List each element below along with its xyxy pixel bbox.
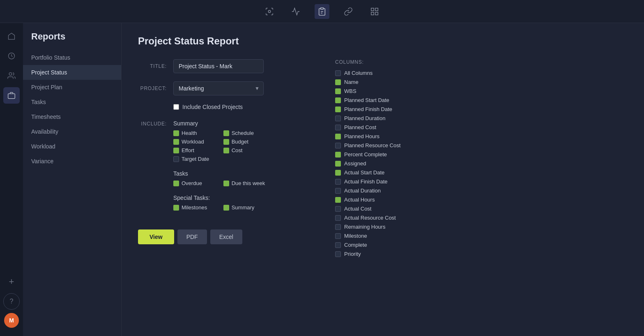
- all-columns-checkbox[interactable]: [335, 70, 341, 76]
- add-workspace-button[interactable]: +: [3, 273, 20, 290]
- column-actual-hours[interactable]: Actual Hours: [335, 197, 623, 203]
- column-milestone[interactable]: Milestone: [335, 233, 623, 239]
- link-icon[interactable]: [341, 4, 356, 19]
- wbs-checkbox[interactable]: [335, 88, 341, 94]
- summary-grid: Health Schedule Workload: [173, 130, 265, 162]
- include-target-date[interactable]: Target Date: [173, 156, 215, 162]
- special-tasks-group-title: Special Tasks:: [173, 195, 265, 201]
- column-planned-hours[interactable]: Planned Hours: [335, 133, 623, 139]
- chart-icon[interactable]: [288, 4, 303, 19]
- planned-start-date-checkbox[interactable]: [335, 97, 341, 103]
- column-actual-finish-date[interactable]: Actual Finish Date: [335, 178, 623, 185]
- milestones-checkbox[interactable]: [173, 205, 179, 211]
- include-health[interactable]: Health: [173, 130, 215, 136]
- remaining-hours-checkbox[interactable]: [335, 224, 341, 230]
- include-cost[interactable]: Cost: [223, 147, 265, 153]
- form-right: COLUMNS: All Columns Name WBS: [335, 59, 628, 257]
- layout-icon[interactable]: [367, 4, 382, 19]
- column-planned-finish-date[interactable]: Planned Finish Date: [335, 106, 623, 112]
- include-milestones[interactable]: Milestones: [173, 204, 215, 211]
- workload-checkbox[interactable]: [173, 139, 179, 145]
- overdue-checkbox[interactable]: [173, 181, 179, 186]
- target-date-checkbox[interactable]: [173, 156, 179, 162]
- column-actual-cost[interactable]: Actual Cost: [335, 206, 623, 212]
- planned-hours-checkbox[interactable]: [335, 134, 341, 139]
- health-label: Health: [182, 130, 197, 136]
- complete-checkbox[interactable]: [335, 242, 341, 248]
- include-summary-special[interactable]: Summary: [223, 204, 265, 211]
- view-button[interactable]: View: [138, 229, 174, 244]
- column-assigned[interactable]: Assigned: [335, 160, 623, 167]
- column-complete[interactable]: Complete: [335, 242, 623, 248]
- help-button[interactable]: ?: [3, 293, 20, 310]
- column-planned-duration[interactable]: Planned Duration: [335, 115, 623, 121]
- include-overdue[interactable]: Overdue: [173, 180, 215, 186]
- include-schedule[interactable]: Schedule: [223, 130, 265, 136]
- svg-point-0: [268, 10, 271, 13]
- title-row: TITLE:: [138, 59, 310, 73]
- column-actual-start-date[interactable]: Actual Start Date: [335, 169, 623, 176]
- assigned-checkbox[interactable]: [335, 161, 341, 167]
- effort-checkbox[interactable]: [173, 148, 179, 153]
- column-wbs[interactable]: WBS: [335, 88, 623, 94]
- column-remaining-hours[interactable]: Remaining Hours: [335, 224, 623, 230]
- planned-duration-checkbox[interactable]: [335, 116, 341, 121]
- summary-special-checkbox[interactable]: [223, 205, 229, 211]
- schedule-checkbox[interactable]: [223, 130, 229, 136]
- sidebar-item-variance[interactable]: Variance: [23, 154, 121, 169]
- column-actual-resource-cost[interactable]: Actual Resource Cost: [335, 215, 623, 221]
- project-select-wrapper: Marketing ▼: [173, 81, 264, 95]
- percent-complete-checkbox[interactable]: [335, 152, 341, 158]
- sidebar-item-workload[interactable]: Workload: [23, 139, 121, 154]
- sidebar-item-briefcase[interactable]: [3, 87, 20, 104]
- column-actual-duration[interactable]: Actual Duration: [335, 188, 623, 194]
- column-percent-complete[interactable]: Percent Complete: [335, 151, 623, 158]
- column-name[interactable]: Name: [335, 79, 623, 85]
- actual-start-date-checkbox[interactable]: [335, 170, 341, 176]
- priority-checkbox[interactable]: [335, 251, 341, 257]
- column-priority[interactable]: Priority: [335, 251, 623, 257]
- sidebar-item-availability[interactable]: Availability: [23, 124, 121, 139]
- actual-duration-checkbox[interactable]: [335, 188, 341, 194]
- sidebar-item-project-status[interactable]: Project Status: [23, 65, 121, 80]
- sidebar-item-people[interactable]: [3, 67, 20, 84]
- milestones-label: Milestones: [182, 204, 207, 211]
- sidebar-item-home[interactable]: [3, 28, 20, 44]
- name-checkbox[interactable]: [335, 79, 341, 85]
- sidebar-item-clock[interactable]: [3, 48, 20, 64]
- clipboard-icon[interactable]: [315, 4, 329, 19]
- cost-checkbox[interactable]: [223, 148, 229, 153]
- budget-checkbox[interactable]: [223, 139, 229, 145]
- include-due-this-week[interactable]: Due this week: [223, 180, 265, 186]
- actual-resource-cost-checkbox[interactable]: [335, 215, 341, 221]
- column-planned-cost[interactable]: Planned Cost: [335, 124, 623, 130]
- planned-finish-date-checkbox[interactable]: [335, 107, 341, 112]
- pdf-button[interactable]: PDF: [177, 229, 207, 244]
- scan-icon[interactable]: [262, 4, 277, 19]
- include-workload[interactable]: Workload: [173, 139, 215, 145]
- sidebar-item-timesheets[interactable]: Timesheets: [23, 109, 121, 124]
- actual-finish-date-checkbox[interactable]: [335, 179, 341, 185]
- project-select[interactable]: Marketing: [173, 81, 264, 95]
- form-left: TITLE: PROJECT: Marketing ▼: [138, 59, 310, 257]
- due-this-week-checkbox[interactable]: [223, 181, 229, 186]
- column-planned-resource-cost[interactable]: Planned Resource Cost: [335, 142, 623, 148]
- title-input[interactable]: [173, 59, 264, 73]
- column-all-columns[interactable]: All Columns: [335, 70, 623, 76]
- health-checkbox[interactable]: [173, 130, 179, 136]
- milestone-checkbox[interactable]: [335, 233, 341, 239]
- sidebar-item-tasks[interactable]: Tasks: [23, 95, 121, 109]
- actual-hours-checkbox[interactable]: [335, 197, 341, 203]
- actual-cost-checkbox[interactable]: [335, 206, 341, 212]
- sidebar-item-project-plan[interactable]: Project Plan: [23, 80, 121, 95]
- include-effort[interactable]: Effort: [173, 147, 215, 153]
- user-avatar[interactable]: M: [4, 313, 19, 328]
- planned-resource-cost-checkbox[interactable]: [335, 143, 341, 148]
- planned-cost-checkbox[interactable]: [335, 125, 341, 130]
- include-closed-checkbox[interactable]: [173, 104, 179, 110]
- excel-button[interactable]: Excel: [210, 229, 242, 244]
- include-closed-label: Include Closed Projects: [182, 104, 243, 110]
- include-budget[interactable]: Budget: [223, 139, 265, 145]
- sidebar-item-portfolio-status[interactable]: Portfolio Status: [23, 50, 121, 65]
- column-planned-start-date[interactable]: Planned Start Date: [335, 97, 623, 103]
